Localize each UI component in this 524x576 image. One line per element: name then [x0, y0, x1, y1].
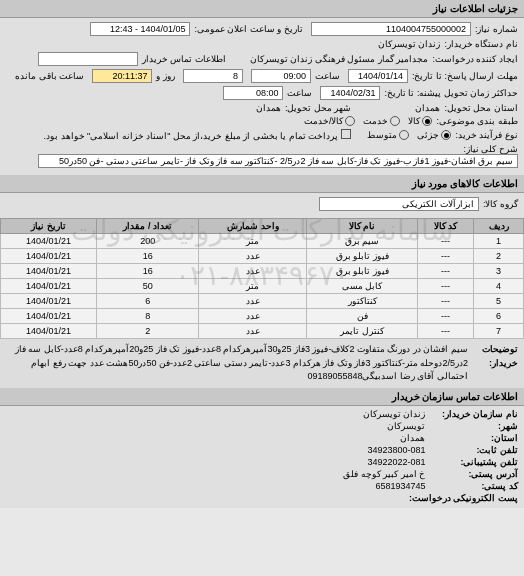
- label-postal-code: کد پستی:: [428, 481, 518, 491]
- radio-both[interactable]: کالا/خدمت: [304, 116, 356, 126]
- table-cell: 1404/01/21: [1, 294, 97, 309]
- label-need-desc: شرح کلی نیاز:: [463, 144, 518, 154]
- table-cell: 6: [474, 309, 524, 324]
- table-row: 3---فیوز تابلو برقعدد161404/01/21: [1, 264, 524, 279]
- label-city: شهر:: [428, 421, 518, 431]
- table-row: 7---کنترل تایمرعدد21404/01/21: [1, 324, 524, 339]
- table-cell: 1404/01/21: [1, 324, 97, 339]
- label-description: توضیحات خریدار:: [468, 343, 518, 384]
- buyer-name-value: زندان تویسرکان: [378, 39, 441, 49]
- contact-info-block: نام سازمان خریدار: زندان تویسرکان شهر: ت…: [0, 406, 524, 508]
- radio-service[interactable]: خدمت: [363, 116, 400, 126]
- table-cell: عدد: [199, 264, 307, 279]
- table-cell: 200: [97, 234, 199, 249]
- delivery-city-value: همدان: [256, 103, 281, 113]
- table-cell: کنترل تایمر: [307, 324, 418, 339]
- label-state: استان:: [428, 433, 518, 443]
- table-row: 5---کنتاکتورعدد61404/01/21: [1, 294, 524, 309]
- table-cell: سیم برق: [307, 234, 418, 249]
- label-delivery-state: استان محل تحویل:: [444, 103, 518, 113]
- phone-value: 34923800-081: [367, 445, 425, 455]
- label-need-number: شماره نیاز:: [475, 24, 518, 34]
- phone-backup-value: 34922022-081: [367, 457, 425, 467]
- th-row: ردیف: [474, 219, 524, 234]
- table-cell: 16: [97, 249, 199, 264]
- table-cell: 1404/01/21: [1, 309, 97, 324]
- label-requester: ایجاد کننده درخواست:: [432, 54, 518, 64]
- label-delivery-deadline: حداکثر زمان تحویل پیشنه: تا تاریخ:: [384, 88, 518, 98]
- table-cell: 1404/01/21: [1, 234, 97, 249]
- countdown-field: 20:11:37: [92, 69, 152, 83]
- table-cell: ---: [417, 234, 473, 249]
- th-code: کد کالا: [417, 219, 473, 234]
- table-cell: 6: [97, 294, 199, 309]
- table-cell: ---: [417, 309, 473, 324]
- th-date: تاریخ نیاز: [1, 219, 97, 234]
- treasury-check[interactable]: پرداخت تمام یا بخشی از مبلغ خرید،از محل …: [40, 129, 352, 141]
- table-cell: عدد: [199, 249, 307, 264]
- requester-value: مجدامیر گمار مسئول فرهنگی زندان تویسرکان: [250, 54, 429, 64]
- table-cell: 8: [97, 309, 199, 324]
- response-time-field: 09:00: [251, 69, 311, 83]
- goods-group-field: ابزارآلات الکتریکی: [319, 197, 479, 211]
- table-cell: 3: [474, 264, 524, 279]
- label-announce-date: تاریخ و ساعت اعلان عمومی:: [194, 24, 303, 34]
- description-box: توضیحات خریدار: سیم افشان در دورنگ متفاو…: [0, 339, 524, 388]
- radio-partial[interactable]: جزئی: [417, 130, 451, 140]
- radio-goods[interactable]: ● کالاکالا: [408, 116, 432, 126]
- radio-medium[interactable]: متوسط: [367, 130, 409, 140]
- table-cell: 50: [97, 279, 199, 294]
- th-unit: واحد شمارش: [199, 219, 307, 234]
- label-email: پست الکترونیکی درخواست:: [409, 493, 518, 503]
- table-cell: 1404/01/21: [1, 279, 97, 294]
- table-cell: عدد: [199, 294, 307, 309]
- table-cell: 7: [474, 324, 524, 339]
- table-header-row: ردیف کد کالا نام کالا واحد شمارش تعداد /…: [1, 219, 524, 234]
- table-cell: ---: [417, 324, 473, 339]
- table-cell: ---: [417, 264, 473, 279]
- table-cell: عدد: [199, 324, 307, 339]
- table-cell: ---: [417, 279, 473, 294]
- th-name: نام کالا: [307, 219, 418, 234]
- label-contact-info: اطلاعات تماس خریدار: [142, 54, 226, 64]
- goods-table: ردیف کد کالا نام کالا واحد شمارش تعداد /…: [0, 218, 524, 339]
- table-cell: 2: [474, 249, 524, 264]
- table-cell: متر: [199, 279, 307, 294]
- section-goods-info: اطلاعات کالاهای مورد نیاز: [0, 175, 524, 193]
- delivery-time-field: 08:00: [223, 86, 283, 100]
- table-cell: 1: [474, 234, 524, 249]
- description-text: سیم افشان در دورنگ متفاوت 2کلاف-فیوز 3فا…: [6, 343, 468, 384]
- section-buyer-contact: اطلاعات تماس سازمان خریدار: [0, 388, 524, 406]
- category-radio-group: ● کالاکالا خدمت کالا/خدمت: [304, 116, 433, 126]
- table-cell: 5: [474, 294, 524, 309]
- table-cell: 16: [97, 264, 199, 279]
- label-day-and: روز و: [156, 71, 175, 81]
- table-cell: 2: [97, 324, 199, 339]
- section-need-info: جزئیات اطلاعات نیاز: [0, 0, 524, 18]
- delivery-date-field: 1404/02/31: [320, 86, 380, 100]
- table-row: 4---کابل مسیمتر501404/01/21: [1, 279, 524, 294]
- table-cell: عدد: [199, 309, 307, 324]
- label-delivery-city: شهر محل تحویل:: [285, 103, 352, 113]
- table-cell: کابل مسی: [307, 279, 418, 294]
- label-phone: تلفن ثابت:: [428, 445, 518, 455]
- label-buy-process: نوع فرآیند خرید:: [455, 130, 518, 140]
- delivery-state-value: همدان: [415, 103, 440, 113]
- label-time-2: ساعت: [287, 88, 312, 98]
- city-value: تویسرکان: [387, 421, 425, 431]
- state-value: همدان: [400, 433, 425, 443]
- contact-info-field: [38, 52, 138, 66]
- label-packaging: طبقه بندی موضوعی:: [436, 116, 518, 126]
- table-cell: ---: [417, 249, 473, 264]
- label-postal-address: آدرس پستی:: [428, 469, 518, 479]
- label-goods-group: گروه کالا:: [483, 199, 518, 209]
- table-cell: ---: [417, 294, 473, 309]
- label-remaining: ساعت باقی مانده: [15, 71, 84, 81]
- label-org-name: نام سازمان خریدار:: [428, 409, 518, 419]
- table-cell: متر: [199, 234, 307, 249]
- label-phone-backup: تلفن پشتیبانی:: [428, 457, 518, 467]
- need-number-field: 1104004755000002: [311, 22, 471, 36]
- table-row: 6---فنعدد81404/01/21: [1, 309, 524, 324]
- table-cell: 1404/01/21: [1, 249, 97, 264]
- response-date-field: 1404/01/14: [348, 69, 408, 83]
